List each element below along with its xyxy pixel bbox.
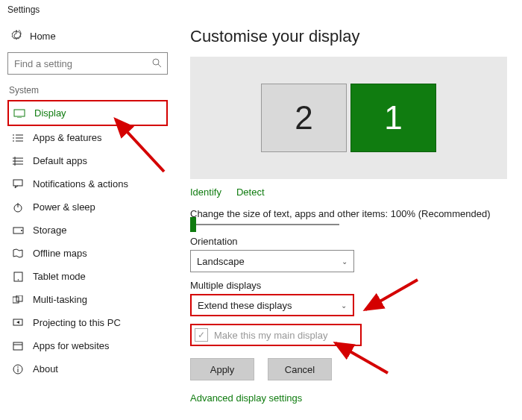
apps-web-icon: [12, 342, 24, 351]
nav-label: Offline maps: [33, 248, 87, 259]
svg-point-28: [17, 366, 19, 368]
page-title: Customise your display: [190, 27, 507, 46]
search-icon: [151, 57, 162, 68]
orientation-value: Landscape: [197, 256, 245, 267]
message-icon: [12, 179, 24, 189]
list-icon: [12, 134, 24, 142]
project-icon: [12, 319, 24, 327]
sidebar-item-projecting[interactable]: Projecting to this PC: [7, 311, 168, 334]
sidebar-item-apps-websites[interactable]: Apps for websites: [7, 334, 168, 357]
chevron-down-icon: ⌄: [341, 301, 347, 310]
nav-label: Apps & features: [33, 132, 102, 143]
svg-rect-2: [14, 110, 25, 116]
orientation-dropdown[interactable]: Landscape ⌄: [190, 250, 354, 272]
multiple-displays-dropdown[interactable]: Extend these displays ⌄: [190, 294, 354, 316]
multiple-displays-label: Multiple displays: [190, 280, 507, 291]
monitor-icon: [13, 109, 25, 118]
gear-icon: [10, 30, 22, 42]
nav-label: About: [33, 363, 58, 374]
display-arrange-area[interactable]: 2 1: [190, 57, 507, 179]
sidebar-item-display[interactable]: Display: [7, 100, 168, 126]
window-title: Settings: [0, 0, 522, 19]
nav-label: Tablet mode: [33, 271, 86, 282]
chevron-down-icon: ⌄: [342, 257, 348, 266]
power-icon: [12, 202, 24, 213]
nav-label: Notifications & actions: [33, 178, 128, 189]
multitask-icon: [12, 295, 24, 304]
svg-line-1: [158, 64, 161, 67]
drive-icon: [12, 227, 24, 234]
search-input[interactable]: [7, 52, 168, 75]
nav-label: Power & sleep: [33, 201, 95, 213]
home-nav[interactable]: Home: [7, 25, 168, 46]
sidebar-item-about[interactable]: About: [7, 357, 168, 380]
apply-button[interactable]: Apply: [190, 358, 254, 380]
make-main-display-checkbox[interactable]: ✓ Make this my main display: [190, 324, 362, 346]
map-icon: [12, 248, 24, 258]
sidebar-item-notifications[interactable]: Notifications & actions: [7, 172, 168, 195]
detect-link[interactable]: Detect: [236, 187, 265, 198]
svg-rect-14: [13, 180, 22, 186]
nav-label: Display: [34, 107, 66, 119]
identify-link[interactable]: Identify: [190, 187, 221, 198]
section-label: System: [7, 85, 168, 95]
sidebar-item-power[interactable]: Power & sleep: [7, 195, 168, 219]
tablet-icon: [12, 272, 24, 282]
svg-point-18: [21, 230, 22, 231]
svg-point-20: [17, 279, 19, 280]
svg-point-0: [153, 59, 159, 65]
grid-icon: [12, 157, 24, 166]
sidebar-item-multitasking[interactable]: Multi-tasking: [7, 288, 168, 311]
nav-label: Apps for websites: [33, 340, 110, 351]
info-icon: [12, 364, 24, 374]
sidebar-item-storage[interactable]: Storage: [7, 219, 168, 242]
monitor-2[interactable]: 2: [261, 84, 347, 152]
nav-label: Storage: [33, 225, 67, 236]
nav-label: Default apps: [33, 155, 87, 166]
sidebar-item-apps-features[interactable]: Apps & features: [7, 126, 168, 149]
svg-rect-22: [16, 295, 22, 301]
sidebar: Home System Display Apps & features Defa…: [0, 19, 175, 420]
multiple-displays-value: Extend these displays: [198, 300, 292, 311]
monitor-1[interactable]: 1: [350, 84, 436, 152]
nav-label: Multi-tasking: [33, 294, 87, 305]
home-label: Home: [30, 31, 56, 42]
svg-rect-24: [13, 342, 22, 350]
advanced-display-settings-link[interactable]: Advanced display settings: [190, 392, 507, 404]
orientation-label: Orientation: [190, 236, 507, 247]
search-wrap: [7, 52, 168, 75]
svg-rect-21: [13, 297, 19, 303]
sidebar-item-default-apps[interactable]: Default apps: [7, 149, 168, 172]
sidebar-item-tablet-mode[interactable]: Tablet mode: [7, 265, 168, 288]
checkbox-icon: ✓: [195, 328, 208, 342]
slider-thumb[interactable]: [190, 217, 196, 232]
sidebar-item-offline-maps[interactable]: Offline maps: [7, 242, 168, 265]
main-content: Customise your display 2 1 Identify Dete…: [175, 19, 522, 420]
make-main-label: Make this my main display: [214, 330, 327, 341]
scaling-label: Change the size of text, apps and other …: [190, 208, 507, 219]
scaling-slider[interactable]: [190, 224, 507, 225]
nav-label: Projecting to this PC: [33, 317, 121, 328]
cancel-button[interactable]: Cancel: [268, 358, 332, 380]
